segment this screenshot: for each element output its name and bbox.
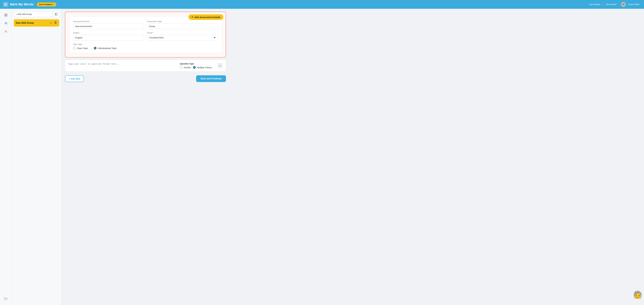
- edit-skill-group-button[interactable]: ✏: [50, 21, 52, 25]
- app-title: Mark My Words: [10, 2, 34, 6]
- svg-rect-6: [6, 15, 7, 16]
- hide-icon: ✕: [191, 16, 193, 18]
- form-row-1: Assessment Name* Assessment Type: [73, 20, 218, 29]
- left-panel: + Add Skill Group New Skill Group ✏: [12, 9, 62, 305]
- grade-select[interactable]: FOUNDATION YEAR 1 YEAR 2 YEAR 3 YEAR 4 Y…: [147, 35, 218, 40]
- subject-label: Subject: [73, 32, 144, 34]
- svg-rect-2: [4, 5, 7, 5]
- question-type-section: Question Type Yes/No Multiple Choice: [180, 63, 215, 69]
- delete-skill-group-button[interactable]: [54, 21, 57, 25]
- save-continue-button[interactable]: Save and Continue: [196, 75, 226, 82]
- header: Mark My Words Give Feedback User Guides …: [0, 0, 644, 9]
- svg-rect-3: [4, 14, 6, 15]
- svg-point-7: [5, 22, 6, 23]
- assessment-name-group: Assessment Name*: [73, 20, 144, 29]
- assessment-name-label: Assessment Name*: [73, 20, 144, 22]
- svg-point-9: [5, 30, 6, 31]
- hide-assessment-details-button[interactable]: ✕ Hide Assessment Details: [188, 14, 223, 20]
- feedback-button[interactable]: Give Feedback: [37, 2, 56, 6]
- subject-group: Subject: [73, 32, 144, 40]
- class-topic-label[interactable]: Class Topic: [73, 47, 88, 49]
- grade-label: Grade*: [147, 32, 218, 34]
- individualised-topic-radio[interactable]: [94, 47, 96, 49]
- bottom-bar: + Add Skill Save and Continue: [65, 74, 226, 82]
- skill-group-header: + Add Skill Group: [14, 11, 59, 17]
- topic-type-radio-group: Class Topic Individualised Topic: [73, 47, 218, 49]
- skill-group-item[interactable]: New Skill Group ✏: [14, 19, 59, 27]
- sidebar-item-layout[interactable]: [2, 12, 9, 18]
- add-skill-group-button[interactable]: + Add Skill Group: [14, 11, 52, 17]
- topic-type-label: Topic Type: [73, 43, 218, 45]
- svg-point-8: [6, 22, 7, 23]
- subject-input[interactable]: [73, 35, 144, 40]
- question-type-radio-group: Yes/No Multiple Choice: [180, 66, 215, 69]
- individualised-topic-label[interactable]: Individualised Topic: [94, 47, 117, 49]
- school-name: Test School: [603, 3, 619, 5]
- form-inner: Assessment Name* Assessment Type Subject: [70, 17, 222, 53]
- svg-rect-1: [4, 4, 7, 5]
- user-name: Grace Elliott: [628, 3, 639, 5]
- question-type-label: Question Type: [180, 63, 215, 65]
- content-area: ✕ Hide Assessment Details Assessment Nam…: [62, 9, 644, 305]
- assessment-card: ✕ Hide Assessment Details Assessment Nam…: [65, 12, 226, 57]
- sidebar-item-groups[interactable]: [2, 20, 9, 27]
- sidebar-bottom: [2, 295, 9, 302]
- sidebar-toggle[interactable]: [3, 2, 8, 7]
- main-layout: + Add Skill Group New Skill Group ✏: [0, 9, 644, 305]
- yes-no-label[interactable]: Yes/No: [180, 66, 191, 69]
- assessment-type-input[interactable]: [147, 23, 218, 29]
- topic-type-row: Topic Type Class Topic Individualised To…: [73, 43, 218, 49]
- yes-no-radio[interactable]: [180, 66, 182, 69]
- collapse-panel-button[interactable]: [53, 11, 59, 17]
- multiple-choice-label[interactable]: Multiple Choice: [193, 66, 212, 69]
- class-topic-radio[interactable]: [73, 47, 76, 49]
- svg-rect-0: [4, 3, 7, 4]
- assessment-type-label: Assessment Type: [147, 20, 218, 22]
- sidebar-item-logout[interactable]: [2, 295, 9, 302]
- grade-group: Grade* FOUNDATION YEAR 1 YEAR 2 YEAR 3 Y…: [147, 32, 218, 40]
- skill-input[interactable]: [68, 63, 178, 69]
- skill-card: Question Type Yes/No Multiple Choice ∧: [65, 60, 226, 71]
- add-skill-button[interactable]: + Add Skill: [65, 75, 84, 82]
- main-content: ✕ Hide Assessment Details Assessment Nam…: [65, 12, 226, 302]
- skill-group-actions: ✏: [50, 21, 57, 25]
- assessment-type-group: Assessment Type: [147, 20, 218, 29]
- sidebar: [0, 9, 12, 305]
- svg-rect-5: [4, 15, 6, 16]
- form-row-2: Subject Grade* FOUNDATION YEAR 1 YEAR 2 …: [73, 32, 218, 40]
- feedback-dot: [53, 4, 54, 5]
- skill-group-name: New Skill Group: [16, 22, 34, 24]
- svg-rect-13: [55, 22, 56, 24]
- sidebar-item-users[interactable]: [2, 28, 9, 35]
- user-guides-link[interactable]: User Guides: [586, 3, 603, 5]
- avatar: GR: [621, 2, 626, 7]
- assessment-name-input[interactable]: [73, 23, 144, 29]
- header-right: User Guides Test School GR Grace Elliott: [586, 2, 641, 7]
- multiple-choice-radio[interactable]: [193, 66, 196, 69]
- svg-rect-4: [6, 14, 7, 15]
- svg-rect-11: [55, 13, 57, 15]
- skill-collapse-button[interactable]: ∧: [217, 63, 223, 68]
